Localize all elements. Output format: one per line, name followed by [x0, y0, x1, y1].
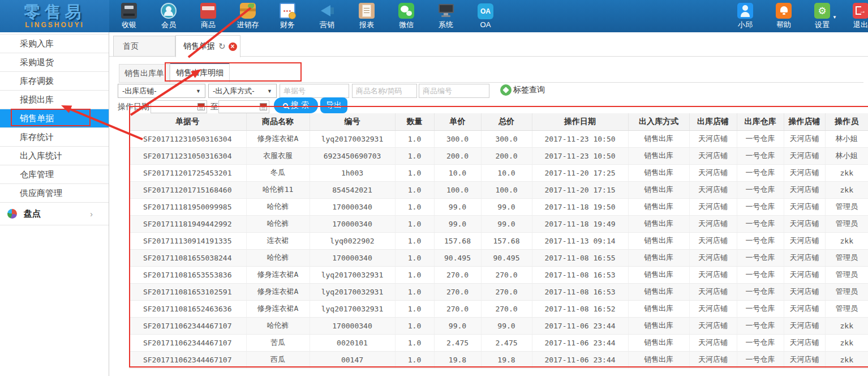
tab-home[interactable]: 首页	[113, 36, 175, 57]
nav-item-help[interactable]: 帮助	[764, 0, 803, 32]
table-cell: SF201711081655038244	[129, 249, 246, 266]
table-cell: 一号仓库	[737, 249, 784, 266]
table-cell: 2017-11-23 10:50	[532, 147, 628, 164]
nav-item-user[interactable]: 小邱	[726, 0, 764, 32]
nav-item-megaphone[interactable]: 营销	[307, 0, 347, 32]
table-cell: lyq20170032931	[310, 283, 395, 300]
tag-query-link[interactable]: 标签查询	[500, 84, 545, 96]
table-cell: 2017-11-18 19:50	[532, 198, 628, 215]
method-filter-value: -出入库方式-	[213, 84, 255, 97]
table-cell: 销售出库	[628, 249, 689, 266]
sidebar-item[interactable]: 仓库管理	[0, 165, 109, 184]
nav-item-abacus[interactable]: 财务	[268, 0, 307, 32]
table-cell: 99.0	[481, 215, 532, 232]
table-cell: SF201711081653102591	[129, 283, 246, 300]
sidebar-item-active[interactable]: 销售单据	[0, 109, 109, 128]
tag-icon	[500, 84, 512, 96]
sidebar-section-inventory-check[interactable]: 盘点	[0, 203, 109, 225]
table-cell: 1.0	[395, 266, 434, 283]
table-cell: 天河店铺	[689, 249, 737, 266]
table-cell: 270.0	[434, 300, 481, 317]
table-cell: 19.8	[481, 351, 532, 368]
table-cell: 一号仓库	[737, 232, 784, 249]
table-cell: 6923450690703	[310, 147, 395, 164]
table-cell: 200.0	[434, 147, 481, 164]
search-button[interactable]: 搜 索	[274, 97, 318, 113]
nav-item-wechat[interactable]: 微信	[386, 0, 426, 32]
nav-item-product[interactable]: 商品	[188, 0, 228, 32]
subtab-sales-outbound-details[interactable]: 销售出库明细	[170, 62, 230, 83]
table-cell: 99.0	[481, 317, 532, 334]
table-cell: lyq0022902	[310, 232, 395, 249]
nav-item-exit[interactable]: 退出	[841, 0, 868, 32]
nav-item-basket[interactable]: 进销存	[228, 0, 268, 32]
basket-icon	[240, 3, 256, 19]
sidebar-item[interactable]: 采购入库	[0, 35, 109, 53]
order-no-input[interactable]	[280, 84, 349, 98]
table-cell: SF201711231050316304	[129, 147, 246, 164]
sidebar-item[interactable]: 库存调拨	[0, 72, 109, 91]
store-filter-select[interactable]: -出库店铺-	[118, 84, 205, 98]
subtab-sales-outbound-orders[interactable]: 销售出库单	[119, 64, 170, 83]
method-filter-select[interactable]: -出入库方式-	[208, 84, 277, 98]
nav-item-label: 营销	[320, 20, 334, 30]
table-cell: 管理员	[825, 300, 868, 317]
column-header: 数量	[395, 113, 434, 130]
nav-item-report[interactable]: 报表	[347, 0, 386, 32]
table-cell: 哈伦裤	[246, 249, 310, 266]
table-cell: 管理员	[825, 266, 868, 283]
table-cell: 修身连衣裙A	[246, 300, 310, 317]
table-cell: 管理员	[825, 198, 868, 215]
table-cell: 2.475	[434, 334, 481, 351]
table-cell: 哈伦裤	[246, 215, 310, 232]
table-cell: 99.0	[434, 215, 481, 232]
table-cell: 99.0	[481, 198, 532, 215]
table-cell: 天河店铺	[784, 334, 825, 351]
table-cell: 1.0	[395, 351, 434, 368]
table-row: SF201711081653553836修身连衣裙Alyq20170032931…	[129, 266, 868, 283]
sidebar-item[interactable]: 供应商管理	[0, 184, 109, 203]
product-name-input[interactable]	[352, 84, 417, 98]
table-cell: 管理员	[825, 283, 868, 300]
exit-icon	[853, 3, 868, 19]
nav-item-register[interactable]: 收银	[109, 0, 149, 32]
tab-sales-orders[interactable]: 销售单据	[175, 35, 240, 57]
table-cell: 天河店铺	[784, 147, 825, 164]
table-cell: 连衣裙	[246, 232, 310, 249]
date-from-field	[151, 100, 207, 113]
table-cell: 270.0	[481, 300, 532, 317]
sidebar-item[interactable]: 报损出库	[0, 91, 109, 109]
table-cell: 冬瓜	[246, 164, 310, 181]
nav-item-monitor[interactable]: 系统	[426, 0, 466, 32]
product-icon	[200, 3, 216, 19]
sidebar-item[interactable]: 出入库统计	[0, 147, 109, 165]
table-row: SF201711181950099985哈伦裤1700003401.099.09…	[129, 198, 868, 215]
table-cell: SF201711231050316304	[129, 130, 246, 147]
table-cell: 1.0	[395, 249, 434, 266]
table-cell: 2017-11-23 10:50	[532, 130, 628, 147]
table-cell: SF201711062344467107	[129, 334, 246, 351]
table-cell: 一号仓库	[737, 283, 784, 300]
date-to-input[interactable]	[218, 100, 269, 113]
sidebar-item[interactable]: 采购退货	[0, 53, 109, 72]
nav-item-label: 进销存	[237, 20, 259, 30]
nav-item-settings[interactable]: 设置	[803, 0, 841, 32]
table-cell: 157.68	[481, 232, 532, 249]
product-code-input[interactable]	[419, 84, 489, 98]
nav-item-label: 报表	[359, 20, 374, 30]
main-nav: 收银会员商品进销存财务营销报表微信系统OAOA	[109, 0, 505, 32]
refresh-icon[interactable]	[218, 41, 226, 52]
close-tab-icon[interactable]	[229, 42, 237, 51]
nav-item-oa[interactable]: OAOA	[466, 0, 505, 32]
date-from-input[interactable]	[151, 100, 207, 113]
export-button[interactable]: 导出	[320, 97, 347, 113]
table-cell: 销售出库	[628, 334, 689, 351]
sidebar-item[interactable]: 库存统计	[0, 128, 109, 147]
table-cell: 天河店铺	[689, 300, 737, 317]
table-cell: lyq20170032931	[310, 130, 395, 147]
nav-item-label: 帮助	[776, 20, 791, 30]
export-button-label: 导出	[326, 100, 342, 110]
table-cell: 销售出库	[628, 181, 689, 198]
table-cell: 10.0	[434, 164, 481, 181]
nav-item-member[interactable]: 会员	[149, 0, 188, 32]
